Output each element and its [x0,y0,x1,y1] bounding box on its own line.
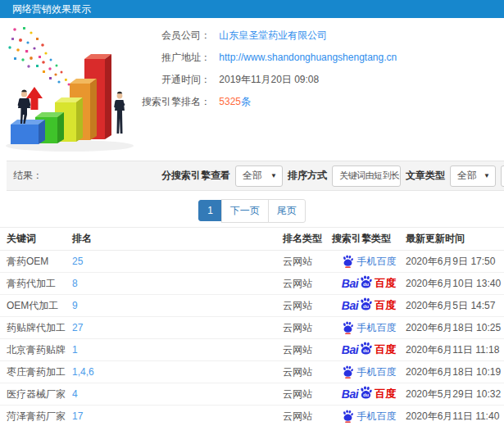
table-row: 膏药OEM25云网站 手机百度 2020年6月9日 17:50 [0,251,504,273]
baidu-paw-icon [342,410,354,423]
rank-cell: 1 [72,339,283,361]
table-row: 枣庄膏药加工1,4,6云网站 手机百度 2020年6月18日 10:19 [0,361,504,383]
submit-button[interactable]: 提交 [501,165,504,187]
keyword-cell: 枣庄膏药加工 [0,361,72,383]
rank-type-cell: 云网站 [283,273,332,295]
rank-cell: 27 [72,317,283,339]
mobile-baidu-badge: 手机百度 [332,410,406,424]
updated-cell: 2020年6月5日 14:57 [406,295,504,317]
marketing-effect-page: 网络营销效果展示 [0,0,504,426]
table-row: 北京膏药贴牌1云网站 Bai du 百度 2020年6月11日 11:18 [0,339,504,361]
rank-cell: 4 [72,383,283,406]
table-header-row: 关键词 排名 排名类型 搜索引擎类型 最新更新时间 [0,228,504,251]
rank-link[interactable]: 8 [72,278,78,289]
table-row: 菏泽膏药厂家17云网站 手机百度 2020年6月11日 11:40 [0,406,504,426]
rank-link[interactable]: 17 [72,410,83,422]
rank-type-cell: 云网站 [283,339,332,361]
engine-type-cell: Bai du 百度 [332,273,406,295]
baidu-logo-bai: Bai [342,343,358,356]
baidu-logo: Bai du 百度 [332,342,406,359]
updated-cell: 2020年6月18日 10:19 [406,361,504,383]
rank-type-cell: 云网站 [283,295,332,317]
engine-type-cell: 手机百度 [332,317,406,339]
baidu-logo-du: du [363,282,370,287]
chevron-down-icon: ▼ [270,172,277,179]
keyword-cell: 膏药代加工 [0,273,72,295]
updated-cell: 2020年6月18日 10:25 [406,317,504,339]
keyword-cell: 药贴牌代加工 [0,317,72,339]
baidu-logo: Bai du 百度 [332,297,406,315]
rank-link[interactable]: 1 [72,344,78,356]
info-row-company: 会员公司： 山东皇圣堂药业有限公司 [135,25,397,47]
page-current[interactable]: 1 [198,200,222,221]
baidu-logo-cn: 百度 [375,298,396,313]
rank-count-label: 搜索引擎排名： [135,91,211,113]
mobile-baidu-label: 手机百度 [357,365,397,379]
article-type-select[interactable]: 全部 ▼ [450,165,496,187]
result-label: 结果： [13,161,43,190]
baidu-paw-icon: du [359,297,373,311]
rank-type-cell: 云网站 [283,251,332,273]
baidu-paw-icon [342,255,354,268]
rank-type-cell: 云网站 [283,406,332,426]
chevron-down-icon: ▼ [484,172,490,179]
info-row-open-time: 开通时间： 2019年11月20日 09:08 [135,69,397,91]
rank-cell: 1,4,6 [72,361,283,383]
baidu-logo-cn: 百度 [375,276,396,291]
table-row: 药贴牌代加工27云网站 手机百度 2020年6月18日 10:25 [0,317,504,339]
marketing-illustration [0,23,156,156]
rank-cell: 25 [72,251,283,273]
baidu-paw-icon [342,321,354,334]
sort-filter-label: 排序方式 [288,169,327,183]
table-row: 医疗器械厂家4云网站 Bai du 百度 2020年5月29日 10:32 [0,383,504,406]
rank-type-cell: 云网站 [283,317,332,339]
info-section: 会员公司： 山东皇圣堂药业有限公司 推广地址： http://www.shand… [0,18,504,161]
baidu-logo-du: du [363,348,370,353]
keyword-cell: 膏药OEM [0,251,72,273]
rank-link[interactable]: 1,4,6 [72,366,94,378]
rank-link[interactable]: 4 [72,388,78,400]
table-row: 膏药代加工8云网站 Bai du 百度 2020年6月10日 13:40 [0,273,504,295]
open-time-value: 2019年11月20日 09:08 [219,74,319,85]
baidu-logo-cn: 百度 [375,342,396,357]
baidu-paw-icon: du [359,386,373,400]
baidu-logo-du: du [363,392,370,397]
info-row-url: 推广地址： http://www.shandonghuangshengtang.… [135,47,397,69]
engine-type-cell: Bai du 百度 [332,339,406,361]
baidu-logo: Bai du 百度 [332,386,406,403]
engine-type-cell: 手机百度 [332,251,406,273]
rank-cell: 9 [72,295,283,317]
promo-url-link[interactable]: http://www.shandonghuangshengtang.cn [219,52,397,63]
company-name-link[interactable]: 山东皇圣堂药业有限公司 [219,29,327,41]
keyword-ranking-table: 关键词 排名 排名类型 搜索引擎类型 最新更新时间 膏药OEM25云网站 手机百… [0,227,504,426]
engine-type-cell: 手机百度 [332,361,406,383]
rank-type-cell: 云网站 [283,383,332,406]
table-row: OEM代加工9云网站 Bai du 百度 2020年6月5日 14:57 [0,295,504,317]
engine-type-cell: 手机百度 [332,406,406,426]
baidu-logo-bai: Bai [342,299,358,312]
engine-filter-label: 分搜索引擎查看 [161,169,230,183]
engine-type-cell: Bai du 百度 [332,295,406,317]
sort-filter-value: 关键词由短到长排序 [339,170,401,182]
pagination: 1下一页尾页 [0,199,504,223]
company-label: 会员公司： [135,25,211,47]
info-row-rank-count: 搜索引擎排名： 5325条 [135,91,397,113]
baidu-logo-du: du [363,304,370,309]
keyword-cell: 菏泽膏药厂家 [0,406,72,426]
rank-link[interactable]: 27 [72,322,83,333]
baidu-logo-cn: 百度 [375,387,396,401]
updated-cell: 2020年6月10日 13:40 [406,273,504,295]
sort-filter-select[interactable]: 关键词由短到长排序 ▼ [332,165,401,187]
mobile-baidu-label: 手机百度 [357,255,397,269]
keyword-cell: 北京膏药贴牌 [0,339,72,361]
page-last[interactable]: 尾页 [268,199,306,223]
rank-link[interactable]: 9 [72,300,78,311]
header-engine-type: 搜索引擎类型 [332,228,406,251]
page-next[interactable]: 下一页 [221,199,269,223]
rank-link[interactable]: 25 [72,256,83,267]
updated-cell: 2020年6月9日 17:50 [406,251,504,273]
engine-filter-select[interactable]: 全部 ▼ [235,165,283,187]
article-type-value: 全部 [457,169,477,183]
promo-url-label: 推广地址： [135,47,211,69]
mobile-baidu-label: 手机百度 [357,410,397,424]
